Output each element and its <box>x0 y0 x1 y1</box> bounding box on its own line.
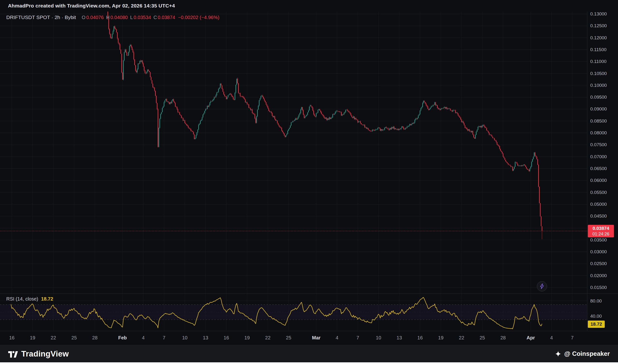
price-axis-label: 0.10500 <box>590 71 607 76</box>
price-axis-label: 0.03000 <box>590 249 607 255</box>
time-axis-label: 16 <box>9 335 14 341</box>
time-axis-label: 25 <box>71 335 77 341</box>
rsi-axis-label: 80.00 <box>590 299 602 304</box>
ohlc-value-h: 0.04080 <box>110 15 128 20</box>
price-axis-label: 0.09000 <box>590 106 607 112</box>
rsi-current-value: 18.72 <box>41 296 53 302</box>
price-axis-label: 0.07500 <box>590 142 607 147</box>
time-axis-label: 10 <box>376 335 381 341</box>
time-axis-label: 16 <box>417 335 423 341</box>
lightning-button[interactable] <box>537 281 547 291</box>
coinspeaker-logo-icon <box>555 351 561 357</box>
ohlc-value-o: 0.04076 <box>86 15 104 20</box>
ohlc-label-c: C <box>154 15 157 20</box>
price-axis-label: 0.04500 <box>590 213 607 219</box>
bar-countdown: 01:24:26 <box>588 231 614 237</box>
price-axis-label: 0.12000 <box>590 35 607 40</box>
time-axis-label: 25 <box>480 335 485 341</box>
attribution-bar: AhmadPro created with TradingView.com, A… <box>0 0 618 12</box>
price-axis-label: 0.09500 <box>590 95 607 100</box>
time-axis-month-label: Mar <box>312 335 321 341</box>
time-axis-label: 22 <box>51 335 56 341</box>
price-axis[interactable]: 0.03874 01:24:26 0.130000.125000.120000.… <box>587 12 618 293</box>
ohlc-label-l: L <box>130 15 133 20</box>
price-axis-label: 0.11000 <box>590 59 606 64</box>
price-axis-label: 0.03500 <box>590 237 607 243</box>
price-axis-label: 0.12500 <box>590 23 607 28</box>
price-axis-label: 0.11500 <box>590 47 606 52</box>
tradingview-logo-link[interactable]: TradingView <box>8 349 69 358</box>
price-axis-label: 0.05000 <box>590 202 607 207</box>
time-axis-label: 13 <box>203 335 208 341</box>
attribution-text: AhmadPro created with TradingView.com, A… <box>8 3 175 9</box>
time-axis-month-label: Apr <box>526 335 535 341</box>
time-axis-label: 16 <box>224 335 229 341</box>
price-axis-label: 0.02000 <box>590 273 607 278</box>
time-axis-label: 10 <box>182 335 187 341</box>
price-axis-label: 0.07000 <box>590 154 607 159</box>
price-axis-label: 0.13000 <box>590 11 607 17</box>
ohlc-value-c: 0.03874 <box>158 15 175 20</box>
time-axis-label: 22 <box>459 335 464 341</box>
price-axis-label: 0.01500 <box>590 285 607 290</box>
current-price-label: 0.03874 <box>588 226 614 231</box>
chart-container[interactable]: DRIFTUSDT SPOT · 2h · Bybit O0.04076H0.0… <box>0 12 618 345</box>
price-axis-label: 0.08500 <box>590 118 607 124</box>
ohlc-label-h: H <box>106 15 109 20</box>
time-axis-label: 28 <box>500 335 506 341</box>
time-axis-label: 19 <box>244 335 250 341</box>
time-axis-label: 7 <box>356 335 359 341</box>
rsi-pane[interactable] <box>0 293 587 331</box>
current-price-badge: 0.03874 01:24:26 <box>588 225 614 237</box>
time-axis-label: 25 <box>286 335 291 341</box>
time-axis-label: 4 <box>550 335 553 341</box>
rsi-value-badge: 18.72 <box>588 321 605 328</box>
bottom-strip <box>0 362 618 364</box>
time-axis-month-label: Feb <box>118 335 127 341</box>
ohlc-values: O0.04076H0.04080L0.03534C0.03874 <box>80 15 175 20</box>
change-value: −0.00202 (−4.96%) <box>178 15 219 20</box>
symbol-title[interactable]: DRIFTUSDT SPOT · 2h · Bybit <box>6 14 76 20</box>
time-axis-label: 13 <box>397 335 402 341</box>
time-axis-label: 4 <box>142 335 145 341</box>
time-axis-label: 4 <box>336 335 338 341</box>
time-axis-label: 7 <box>571 335 574 341</box>
price-axis-label: 0.08000 <box>590 130 607 136</box>
price-axis-label: 0.02500 <box>590 261 607 266</box>
time-axis-label: 28 <box>92 335 97 341</box>
tradingview-logo-icon <box>8 350 18 358</box>
lightning-bolt-icon <box>539 284 545 289</box>
chart-legend: DRIFTUSDT SPOT · 2h · Bybit O0.04076H0.0… <box>6 14 219 20</box>
credit-text: @ Coinspeaker <box>564 350 610 357</box>
ohlc-label-o: O <box>82 15 86 20</box>
rsi-axis-label: 40.00 <box>590 313 602 319</box>
rsi-axis[interactable]: 18.72 80.0040.00 <box>587 293 618 331</box>
ohlc-value-l: 0.03534 <box>134 15 151 20</box>
time-axis-label: 22 <box>265 335 270 341</box>
time-axis-label: 19 <box>30 335 35 341</box>
time-axis-label: 7 <box>163 335 165 341</box>
price-axis-label: 0.06500 <box>590 166 607 171</box>
tradingview-wordmark: TradingView <box>21 349 69 358</box>
price-axis-label: 0.10000 <box>590 83 607 88</box>
footer-bar: TradingView @ Coinspeaker <box>0 345 618 362</box>
credit: @ Coinspeaker <box>555 350 610 357</box>
price-axis-label: 0.06000 <box>590 178 607 183</box>
rsi-legend: RSI (14, close) 18.72 <box>6 296 53 302</box>
price-axis-label: 0.05500 <box>590 190 607 195</box>
time-axis-label: 19 <box>438 335 443 341</box>
rsi-indicator-title[interactable]: RSI (14, close) <box>6 296 38 302</box>
time-axis[interactable]: 1619222528Feb47101316192225Mar4710131619… <box>0 331 618 345</box>
price-chart-pane[interactable] <box>0 12 587 293</box>
